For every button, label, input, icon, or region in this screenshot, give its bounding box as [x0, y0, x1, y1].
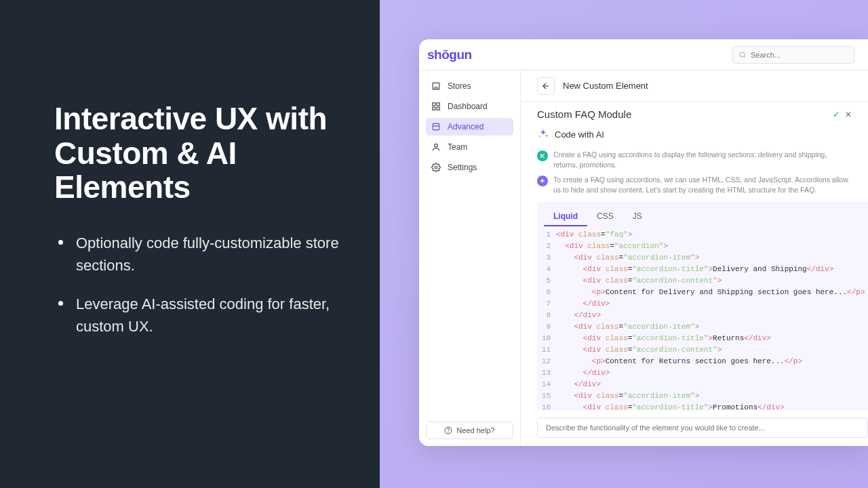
svg-rect-6: [433, 123, 439, 129]
tab-liquid[interactable]: Liquid: [544, 207, 587, 226]
sidebar-item-advanced[interactable]: Advanced: [426, 118, 513, 136]
arrow-left-icon: [541, 81, 551, 91]
need-help-button[interactable]: Need help?: [426, 422, 513, 439]
tab-js[interactable]: JS: [623, 207, 652, 226]
search-box[interactable]: [732, 46, 854, 64]
svg-point-9: [435, 166, 437, 169]
line-gutter: 12345678910111213141516171819: [537, 229, 556, 411]
grid-icon: [431, 102, 441, 111]
code-lines: <div class="faq"> <div class="accordion"…: [556, 229, 868, 411]
code-editor[interactable]: 12345678910111213141516171819 <div class…: [537, 226, 868, 411]
sidebar-item-dashboard[interactable]: Dashboard: [426, 98, 513, 115]
svg-rect-3: [437, 103, 439, 106]
sparkle-icon: [537, 128, 549, 140]
app-body: Stores Dashboard Advanced Team Settings: [419, 70, 868, 446]
chat-ai-text: To create a FAQ using accordions, we can…: [553, 175, 852, 195]
bullet-list: Optionally code fully-customizable store…: [54, 232, 339, 338]
svg-point-11: [448, 432, 449, 432]
svg-rect-5: [437, 107, 439, 110]
svg-point-8: [435, 144, 438, 147]
chat-user-line: K Create a FAQ using accordions to displ…: [537, 150, 852, 169]
code-with-ai-label: Code with AI: [555, 129, 604, 140]
ai-prompt-row[interactable]: [537, 418, 868, 438]
user-avatar: K: [537, 150, 548, 161]
close-icon[interactable]: ✕: [845, 110, 852, 119]
code-with-ai-row: Code with AI: [521, 120, 868, 147]
sidebar-item-label: Settings: [448, 163, 477, 172]
page-title: New Custom Element: [563, 81, 648, 91]
need-help-label: Need help?: [456, 426, 494, 434]
gear-icon: [431, 163, 441, 172]
headline: Interactive UX with Custom & AI Elements: [54, 102, 339, 205]
svg-rect-4: [433, 107, 435, 110]
ai-avatar: ✦: [537, 176, 548, 186]
store-icon: [431, 81, 441, 91]
code-tabs: Liquid CSS JS: [537, 202, 868, 226]
app-topbar: shōgun: [419, 39, 868, 70]
element-name-row: ✓ ✕: [521, 102, 868, 120]
sidebar-item-label: Stores: [448, 81, 471, 91]
svg-line-1: [744, 56, 745, 58]
list-item: Leverage AI-assisted coding for faster, …: [54, 293, 339, 338]
chat-messages: K Create a FAQ using accordions to displ…: [521, 147, 868, 202]
svg-rect-2: [433, 103, 435, 106]
app-backdrop: shōgun Stores Dashboard Advanced: [380, 0, 868, 488]
chat-user-text: Create a FAQ using accordions to display…: [553, 150, 852, 169]
back-button[interactable]: [537, 77, 555, 95]
marketing-panel: Interactive UX with Custom & AI Elements…: [0, 0, 380, 488]
chat-ai-line: ✦ To create a FAQ using accordions, we c…: [537, 175, 852, 195]
sidebar-item-label: Dashboard: [448, 102, 488, 111]
user-icon: [431, 142, 441, 152]
sidebar: Stores Dashboard Advanced Team Settings: [419, 70, 521, 446]
code-panel: Liquid CSS JS 12345678910111213141516171…: [537, 202, 868, 411]
main-pane: New Custom Element ✓ ✕ Code with AI K: [521, 70, 868, 446]
app-window: shōgun Stores Dashboard Advanced: [419, 39, 868, 446]
sidebar-item-label: Team: [448, 142, 467, 152]
sidebar-item-stores[interactable]: Stores: [426, 77, 513, 95]
element-name-input[interactable]: [537, 108, 833, 120]
ai-prompt-input[interactable]: [546, 424, 859, 432]
sidebar-item-label: Advanced: [448, 122, 484, 131]
svg-point-0: [740, 52, 745, 57]
tab-css[interactable]: CSS: [587, 207, 623, 226]
logo: shōgun: [427, 47, 472, 62]
list-item: Optionally code fully-customizable store…: [54, 232, 339, 277]
main-header: New Custom Element: [521, 70, 868, 102]
search-input[interactable]: [751, 51, 848, 59]
sidebar-item-settings[interactable]: Settings: [426, 159, 513, 176]
sidebar-item-team[interactable]: Team: [426, 138, 513, 156]
help-icon: [444, 426, 452, 434]
confirm-icon[interactable]: ✓: [833, 110, 840, 119]
search-icon: [738, 51, 747, 59]
layers-icon: [431, 122, 441, 131]
